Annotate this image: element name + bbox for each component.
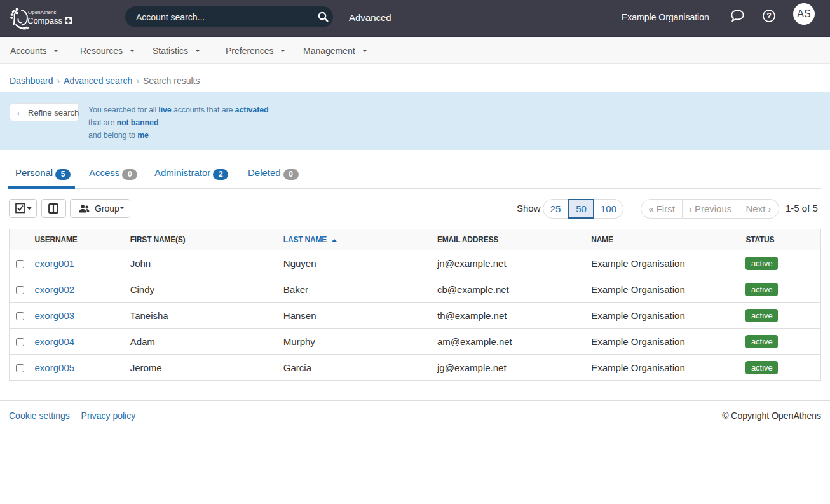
svg-text:?: ? — [766, 11, 772, 20]
svg-text:Compass: Compass — [27, 16, 62, 25]
svg-text:OpenAthens: OpenAthens — [28, 10, 56, 15]
